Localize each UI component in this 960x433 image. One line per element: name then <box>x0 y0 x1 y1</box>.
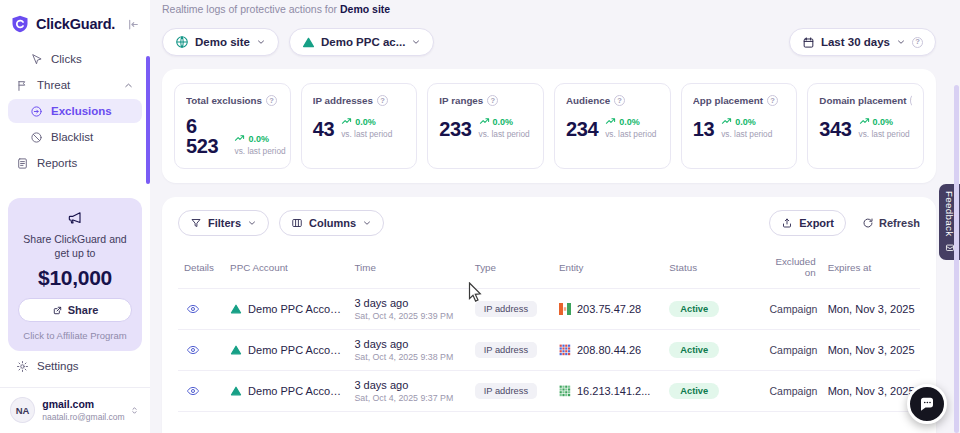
stat-ip-addresses: IP addresses 43 0.0% vs. last period <box>301 83 418 169</box>
globe-icon <box>175 35 189 49</box>
refresh-button-label: Refresh <box>879 217 920 229</box>
chat-bubble-icon <box>918 395 936 413</box>
flag-icon <box>16 79 29 92</box>
type-badge: IP address <box>475 383 537 399</box>
stat-label: IP addresses <box>313 95 373 106</box>
stat-change: 0.0% <box>493 117 514 127</box>
info-icon[interactable] <box>614 95 625 106</box>
sidebar-item-clicks[interactable]: Clicks <box>8 47 142 71</box>
stat-value: 234 <box>566 119 598 139</box>
chevron-down-icon <box>256 37 266 47</box>
affiliate-program-link[interactable]: Click to Affiliate Program <box>18 330 132 341</box>
google-ads-icon <box>302 36 315 49</box>
table-toolbar: Filters Columns Export <box>178 210 920 236</box>
external-link-icon <box>52 305 63 316</box>
google-ads-icon <box>230 303 242 315</box>
app-name: ClickGuard. <box>36 16 115 32</box>
chat-launcher-button[interactable] <box>907 384 947 424</box>
time-relative: 3 days ago <box>354 297 462 309</box>
site-filter-dropdown[interactable]: Demo site <box>162 28 279 56</box>
sidebar-item-settings[interactable]: Settings <box>8 354 142 378</box>
entity-value: 16.213.141.2... <box>577 385 650 397</box>
exclusions-log-card: Filters Columns Export <box>162 197 936 433</box>
stat-label: Domain placement <box>819 95 906 106</box>
feedback-envelope-icon <box>945 243 955 253</box>
chevron-up-down-icon <box>129 405 140 416</box>
columns-button[interactable]: Columns <box>279 210 384 236</box>
info-icon[interactable] <box>910 95 912 106</box>
stat-value: 6 523 <box>186 116 227 156</box>
info-icon[interactable] <box>767 95 778 106</box>
share-button[interactable]: Share <box>18 298 132 322</box>
stat-value: 343 <box>819 119 851 139</box>
sidebar-item-exclusions[interactable]: Exclusions <box>8 99 142 123</box>
entity-flag-icon <box>559 385 571 397</box>
page-scrollbar[interactable] <box>954 85 959 433</box>
user-meta: gmail.com naatali.ro@gmail.com <box>42 398 122 421</box>
user-account-menu[interactable]: NA gmail.com naatali.ro@gmail.com <box>8 388 142 425</box>
time-absolute: Sat, Oct 4, 2025 9:37 PM <box>354 393 462 403</box>
trending-up-icon <box>479 116 490 127</box>
stat-label: Total exclusions <box>186 95 262 106</box>
excluded-on-value: Campaign <box>764 330 822 371</box>
sidebar-item-label: Exclusions <box>51 105 112 117</box>
export-button[interactable]: Export <box>769 210 846 236</box>
exclusion-circle-arrow-icon <box>30 105 43 118</box>
stat-app-placement: App placement 13 0.0% vs. last period <box>681 83 798 169</box>
eye-icon <box>186 302 200 316</box>
stat-change: 0.0% <box>248 134 269 144</box>
col-header-expires-at: Expires at <box>822 250 920 289</box>
info-icon[interactable] <box>487 95 498 106</box>
avatar: NA <box>10 397 35 423</box>
col-header-excluded-on: Excluded on <box>764 250 822 289</box>
trending-up-icon <box>721 116 732 127</box>
sidebar-scrollbar[interactable] <box>146 56 150 184</box>
promo-text: Share ClickGuard and get up to <box>18 232 132 260</box>
trending-up-icon <box>859 116 870 127</box>
eye-icon <box>186 384 200 398</box>
threat-collapse-caret[interactable] <box>123 80 134 91</box>
date-range-info-icon[interactable] <box>912 37 923 48</box>
date-range-value: Last 30 days <box>821 36 890 48</box>
stat-total-exclusions: Total exclusions 6 523 0.0% vs. last per… <box>174 83 291 169</box>
status-badge: Active <box>669 383 719 399</box>
ban-icon <box>30 131 43 144</box>
sidebar-item-label: Clicks <box>51 53 82 65</box>
stat-period: vs. last period <box>234 146 278 156</box>
trending-up-icon <box>234 133 245 144</box>
ppc-account-name: Demo PPC Account <box>248 344 342 356</box>
view-details-button[interactable] <box>184 300 202 318</box>
info-icon[interactable] <box>266 95 277 106</box>
col-header-time: Time <box>348 250 468 289</box>
filters-button[interactable]: Filters <box>178 210 269 236</box>
info-icon[interactable] <box>377 95 388 106</box>
sidebar-collapse-button[interactable] <box>127 18 140 31</box>
ppc-account-filter-value: Demo PPC ac... <box>321 36 405 48</box>
chevron-down-icon <box>362 218 372 228</box>
stat-change: 0.0% <box>619 117 640 127</box>
chevron-up-icon <box>123 80 134 91</box>
sidebar-item-label: Reports <box>37 157 77 169</box>
date-range-dropdown[interactable]: Last 30 days <box>789 28 936 56</box>
page-subtitle-text: Realtime logs of protective actions for <box>162 3 337 15</box>
table-header-row: Details PPC Account Time Type Entity Sta… <box>178 250 920 289</box>
sidebar-item-label: Blacklist <box>51 131 93 143</box>
google-ads-icon <box>230 344 242 356</box>
sidebar-item-label: Threat <box>37 79 70 91</box>
page-subtitle: Realtime logs of protective actions for … <box>162 0 936 15</box>
ppc-account-filter-dropdown[interactable]: Demo PPC ac... <box>289 28 434 56</box>
status-badge: Active <box>669 301 719 317</box>
export-button-label: Export <box>799 217 834 229</box>
stat-change: 0.0% <box>735 117 756 127</box>
col-header-entity: Entity <box>553 250 663 289</box>
view-details-button[interactable] <box>184 382 202 400</box>
refresh-button[interactable]: Refresh <box>862 217 920 229</box>
sidebar-item-blacklist[interactable]: Blacklist <box>8 125 142 149</box>
stat-change: 0.0% <box>873 117 894 127</box>
trending-up-icon <box>341 116 352 127</box>
col-header-status: Status <box>663 250 763 289</box>
view-details-button[interactable] <box>184 341 202 359</box>
sidebar-item-threat[interactable]: Threat <box>8 73 142 97</box>
sidebar-item-reports[interactable]: Reports <box>8 151 142 175</box>
status-badge: Active <box>669 342 719 358</box>
